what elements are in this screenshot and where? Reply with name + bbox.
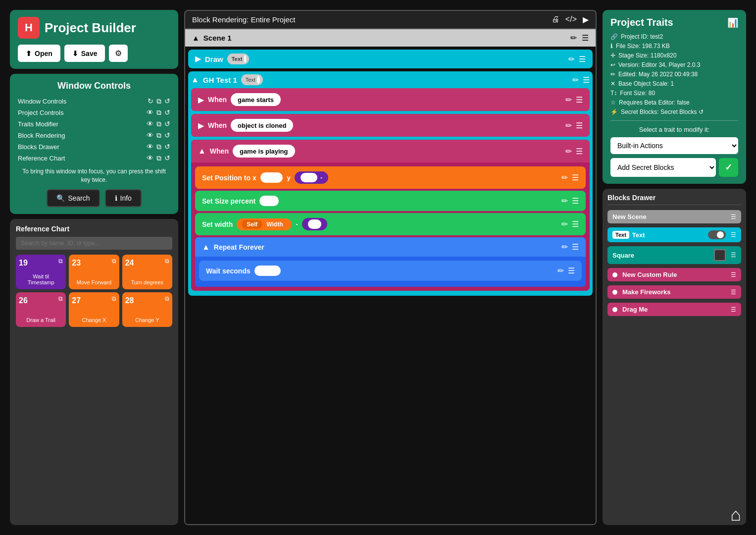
repeat-forever-block: ▲ Repeat Forever ✏ ☰ (195, 237, 586, 287)
set-width-edit-icon[interactable]: ✏ (561, 219, 568, 229)
eye-icon-5[interactable]: 👁 (147, 154, 153, 162)
info-button[interactable]: ℹ Info (105, 189, 142, 207)
repeat-edit-icon[interactable]: ✏ (561, 242, 568, 252)
reset-icon[interactable]: ↺ (164, 97, 170, 106)
rc-card-label-27: Change X (72, 317, 116, 323)
scene-bar: ▲ Scene 1 ✏ ☰ (185, 29, 596, 47)
set-width-menu-icon[interactable]: ☰ (572, 219, 579, 229)
refresh-icon[interactable]: ↻ (148, 97, 153, 106)
eye-icon[interactable]: 👁 (147, 108, 153, 117)
when-gs-menu-icon[interactable]: ☰ (576, 95, 583, 105)
set-pos-x-pill[interactable]: 150 (260, 172, 283, 183)
set-pos-y-purple-pill[interactable]: 50 - (295, 171, 329, 184)
gh-expand-icon[interactable]: ▲ (191, 75, 199, 84)
copy-icon[interactable]: ⧉ (156, 97, 161, 106)
set-size-menu-icon[interactable]: ☰ (572, 196, 579, 206)
set-width-self-width-pill[interactable]: Self Width (237, 218, 292, 230)
reset-icon-6[interactable]: ↺ (164, 154, 170, 162)
rc-card-label-23: Move Forward (72, 279, 116, 285)
wc-icons-project-controls: 👁 ⧉ ↺ (147, 108, 170, 117)
bd-item-square-menu[interactable]: ☰ (731, 252, 736, 259)
gh-menu-icon[interactable]: ☰ (583, 75, 590, 85)
gh-text-toggle[interactable]: Text (241, 74, 263, 85)
rc-card-icon-27: ⧉ (112, 295, 116, 302)
when-gp-label: When (210, 147, 229, 155)
rc-card-23[interactable]: 23 ⧉ Move Forward (69, 255, 119, 289)
bd-item-drag-me[interactable]: Drag Me ☰ (607, 303, 741, 316)
bd-item-drag-me-menu[interactable]: ☰ (731, 306, 736, 313)
wait-seconds-pill[interactable]: 1000 (254, 266, 281, 276)
copy-icon-3[interactable]: ⧉ (156, 120, 161, 128)
copy-icon-2[interactable]: ⧉ (156, 108, 161, 117)
pt-chart-icon[interactable]: 📊 (727, 17, 738, 28)
home-icon[interactable]: ⌂ (730, 504, 741, 525)
wc-label-traits-modifier: Traits Modifier (18, 120, 58, 128)
bd-item-new-scene[interactable]: New Scene ☰ (607, 210, 741, 223)
when-oc-menu-icon[interactable]: ☰ (576, 121, 583, 130)
reset-icon-2[interactable]: ↺ (164, 108, 170, 117)
bd-item-fireworks[interactable]: Make Fireworks ☰ (607, 285, 741, 299)
search-button[interactable]: 🔍 Search (47, 189, 100, 207)
reset-icon-5[interactable]: ↺ (164, 143, 170, 151)
eye-icon-2[interactable]: 👁 (147, 120, 153, 128)
wait-edit-icon[interactable]: ✏ (557, 266, 564, 275)
bd-item-custom-rule[interactable]: New Custom Rule ☰ (607, 268, 741, 281)
copy-icon-5[interactable]: ⧉ (156, 143, 161, 151)
copy-icon-4[interactable]: ⧉ (156, 131, 161, 140)
phone-frame: ▲ Scene 1 ✏ ☰ ▶ Draw (184, 29, 597, 525)
rc-card-label-19: Wait til Timestamp (19, 273, 63, 285)
save-button[interactable]: ⬇ Save (64, 45, 105, 62)
gh-edit-icon[interactable]: ✏ (572, 75, 579, 85)
draw-text-toggle[interactable]: Text (227, 54, 249, 64)
reset-icon-3[interactable]: ↺ (164, 120, 170, 128)
scene-menu-icon[interactable]: ☰ (582, 33, 589, 43)
when-gs-edit-icon[interactable]: ✏ (565, 95, 572, 105)
play-icon[interactable]: ▶ (583, 15, 589, 24)
rc-card-28[interactable]: 28 ⧉ Change Y (122, 292, 172, 327)
bd-item-custom-rule-menu[interactable]: ☰ (731, 271, 736, 278)
pt-icon-8: ⚡ (610, 108, 618, 115)
pt-confirm-button[interactable]: ✓ (719, 158, 738, 177)
rc-search-input[interactable] (16, 237, 172, 250)
set-width-num-pill[interactable]: 2 (302, 218, 327, 230)
draw-menu-icon[interactable]: ☰ (579, 54, 586, 64)
bd-item-square[interactable]: Square ☰ (607, 246, 741, 264)
eye-icon-3[interactable]: 👁 (147, 131, 153, 140)
rc-card-27[interactable]: 27 ⧉ Change X (69, 292, 119, 327)
rc-card-19[interactable]: 19 ⧉ Wait til Timestamp (16, 255, 66, 289)
set-pos-menu-icon[interactable]: ☰ (572, 173, 579, 182)
set-size-edit-icon[interactable]: ✏ (561, 196, 568, 206)
rc-grid: 19 ⧉ Wait til Timestamp 23 ⧉ Move Forwar… (16, 255, 172, 327)
bd-item-new-scene-menu[interactable]: ☰ (731, 214, 736, 220)
pt-icon-4: ✏ (610, 71, 615, 78)
bd-item-text[interactable]: Text Text ☰ (607, 227, 741, 242)
rc-card-24[interactable]: 24 ⧉ Turn degrees (122, 255, 172, 289)
when-gp-edit-icon[interactable]: ✏ (565, 147, 572, 156)
pt-dropdown-2[interactable]: Add Secret Blocks (610, 158, 716, 177)
code-icon[interactable]: </> (565, 15, 577, 24)
eye-icon-4[interactable]: 👁 (147, 143, 153, 151)
repeat-menu-icon[interactable]: ☰ (572, 242, 579, 252)
bd-text-toggle[interactable] (708, 230, 726, 239)
br-icons: 🖨 </> ▶ (552, 15, 589, 24)
print-icon[interactable]: 🖨 (552, 15, 559, 24)
set-size-pill[interactable]: 80 (259, 196, 278, 206)
draw-edit-icon[interactable]: ✏ (568, 54, 575, 64)
scene-edit-icon[interactable]: ✏ (570, 33, 577, 43)
settings-button[interactable]: ⚙ (109, 45, 128, 62)
when-gp-menu-icon[interactable]: ☰ (576, 147, 583, 156)
bd-item-fireworks-menu[interactable]: ☰ (731, 289, 736, 296)
pt-icon-5: ✕ (610, 80, 615, 87)
open-button[interactable]: ⬆ Open (18, 45, 60, 62)
bd-item-square-label: Square (612, 252, 711, 259)
bd-item-text-menu[interactable]: ☰ (731, 231, 736, 238)
pt-dropdown-1[interactable]: Built-in Actions (610, 137, 738, 154)
pt-row-1: ℹ File Size: 198.73 KB (610, 43, 738, 50)
wait-menu-icon[interactable]: ☰ (568, 266, 575, 275)
rc-card-26[interactable]: 26 ⧉ Draw a Trail (16, 292, 66, 327)
reset-icon-4[interactable]: ↺ (164, 131, 170, 140)
copy-icon-6[interactable]: ⧉ (156, 154, 161, 162)
scene-collapse-icon[interactable]: ▲ (192, 34, 200, 42)
set-pos-edit-icon[interactable]: ✏ (561, 173, 568, 182)
when-oc-edit-icon[interactable]: ✏ (565, 121, 572, 130)
